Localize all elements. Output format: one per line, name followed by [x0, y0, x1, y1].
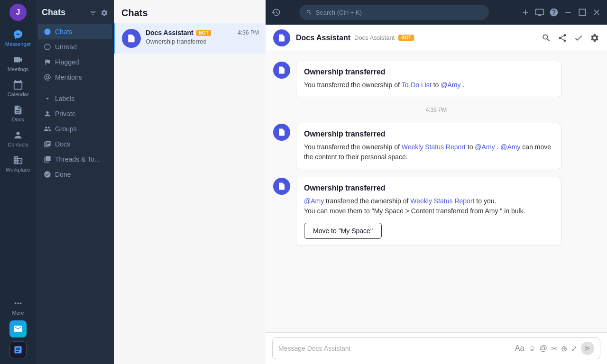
- settings-icon[interactable]: [101, 9, 108, 17]
- msg2-text1: You transferred the ownership of: [304, 143, 402, 151]
- chat-search-icon[interactable]: [542, 33, 551, 43]
- msg3-link-weekly[interactable]: Weekly Status Report: [410, 197, 474, 205]
- emoji-icon[interactable]: ☺: [528, 344, 535, 353]
- help-icon[interactable]: [549, 8, 559, 17]
- sidebar-item-unread[interactable]: Unread: [38, 39, 112, 55]
- move-to-myspace-button[interactable]: Move to "My Space": [304, 223, 382, 239]
- top-bar: [266, 0, 607, 25]
- search-icon: [306, 9, 312, 16]
- message-row-3: Ownership transferred @Amy transferred t…: [273, 177, 599, 246]
- message-input[interactable]: [278, 345, 511, 352]
- top-bar-left: [271, 8, 281, 17]
- chat-share-icon[interactable]: [558, 33, 567, 43]
- chat-header-subtitle: Docs Assistant: [354, 34, 395, 41]
- msg1-link-todolist[interactable]: To-Do List: [402, 81, 432, 89]
- at-icon[interactable]: @: [540, 344, 547, 353]
- chat-list-panel: Chats Docs Assistant BOT 4:36 PM Ownersh…: [114, 0, 266, 364]
- chat-item-time: 4:36 PM: [238, 29, 259, 36]
- sidebar-item-docs[interactable]: Docs: [0, 101, 36, 126]
- sidebar-item-contacts[interactable]: Contacts: [0, 126, 36, 151]
- msg3-mention-amy[interactable]: @Amy: [304, 197, 324, 205]
- msg1-text1: You transferred the ownership of: [304, 81, 402, 89]
- close-icon[interactable]: [592, 8, 601, 17]
- history-icon[interactable]: [271, 8, 281, 17]
- sidebar-item-groups[interactable]: Groups: [38, 121, 112, 136]
- chat-header-info: Docs Assistant Docs Assistant BOT: [296, 34, 536, 42]
- msg3-text2: to you.: [476, 197, 496, 205]
- sidebar-header: Chats: [36, 0, 114, 22]
- sidebar-nav: Chats Unread Flagged Mentions Labels Pri…: [36, 22, 114, 184]
- chat-header-avatar: [273, 29, 290, 46]
- search-input[interactable]: [316, 9, 482, 16]
- scissors-icon[interactable]: ✂: [551, 344, 557, 353]
- msg2-mention-amy1[interactable]: @Amy: [475, 143, 495, 151]
- app-icon-2[interactable]: [9, 341, 27, 358]
- sidebar-item-threads[interactable]: Threads & To...: [38, 152, 112, 167]
- chat-header-name: Docs Assistant: [296, 34, 350, 42]
- send-button[interactable]: [581, 342, 594, 355]
- chat-settings-icon[interactable]: [590, 33, 599, 43]
- sidebar-item-more[interactable]: More: [0, 294, 36, 319]
- expand-icon[interactable]: ⤢: [571, 344, 577, 353]
- icon-bar: J Messenger Meetings Calendar Docs Conta…: [0, 0, 36, 364]
- sidebar-item-flagged[interactable]: Flagged: [38, 55, 112, 70]
- message-body-1: You transferred the ownership of To-Do L…: [304, 80, 553, 90]
- sidebar: Chats Chats Unread Flagged Mentions: [36, 0, 114, 364]
- message-title-3: Ownership transferred: [304, 184, 553, 192]
- filter-icon[interactable]: [89, 9, 97, 17]
- message-avatar-2: [273, 124, 290, 141]
- sidebar-item-done[interactable]: Done: [38, 167, 112, 182]
- msg3-text3: You can move them to "My Space > Content…: [304, 207, 525, 215]
- chat-check-icon[interactable]: [574, 33, 583, 43]
- search-bar[interactable]: [299, 5, 489, 20]
- msg1-text2: to: [433, 81, 441, 89]
- sidebar-item-private[interactable]: Private: [38, 106, 112, 121]
- msg2-link-weekly[interactable]: Weekly Status Report: [402, 143, 466, 151]
- input-wrapper: Aa ☺ @ ✂ ⊕ ⤢: [272, 337, 600, 359]
- msg1-text3: .: [462, 81, 464, 89]
- sidebar-item-mentions[interactable]: Mentions: [38, 70, 112, 85]
- chat-item-preview: Ownership transferred: [146, 38, 259, 45]
- chat-item-badge: BOT: [196, 30, 211, 36]
- messages-area: Ownership transferred You transferred th…: [266, 51, 607, 332]
- sidebar-item-meetings[interactable]: Meetings: [0, 51, 36, 76]
- message-avatar-3: [273, 178, 290, 195]
- message-title-1: Ownership transferred: [304, 68, 553, 76]
- maximize-icon[interactable]: [578, 8, 587, 17]
- sidebar-item-messenger[interactable]: Messenger: [0, 26, 36, 51]
- sidebar-item-docs-nav[interactable]: Docs: [38, 136, 112, 152]
- chat-list-header: Chats: [114, 0, 266, 23]
- chat-header: Docs Assistant Docs Assistant BOT: [266, 25, 607, 51]
- msg1-mention-amy[interactable]: @Amy: [441, 81, 460, 89]
- minimize-icon[interactable]: [563, 8, 573, 17]
- message-bubble-2: Ownership transferred You transferred th…: [296, 123, 561, 169]
- main-chat: Docs Assistant Docs Assistant BOT Owners…: [266, 0, 607, 364]
- chat-name-row: Docs Assistant BOT 4:36 PM: [146, 29, 259, 36]
- attach-icon[interactable]: ⊕: [561, 344, 567, 353]
- sidebar-item-labels[interactable]: Labels: [38, 91, 112, 106]
- msg2-text2: to: [468, 143, 475, 151]
- chat-item-name: Docs Assistant: [146, 29, 193, 36]
- top-bar-right: [521, 8, 601, 17]
- chat-item-avatar: [122, 29, 141, 48]
- message-avatar-1: [273, 62, 290, 79]
- message-row-2: Ownership transferred You transferred th…: [273, 123, 599, 169]
- msg2-mention-amy2[interactable]: @Amy: [500, 143, 520, 151]
- font-size-icon[interactable]: Aa: [515, 344, 524, 353]
- message-title-2: Ownership transferred: [304, 130, 553, 138]
- user-avatar[interactable]: J: [9, 4, 27, 21]
- chat-list-item[interactable]: Docs Assistant BOT 4:36 PM Ownership tra…: [114, 23, 266, 54]
- chat-header-bot-badge: BOT: [398, 35, 414, 41]
- timestamp-435: 4:35 PM: [273, 107, 599, 113]
- sidebar-item-workplace[interactable]: Workplace: [0, 151, 36, 176]
- message-body-3: @Amy transferred the ownership of Weekly…: [304, 196, 553, 239]
- message-bubble-1: Ownership transferred You transferred th…: [296, 61, 561, 97]
- sidebar-item-chats[interactable]: Chats: [38, 24, 112, 39]
- sidebar-item-calendar[interactable]: Calendar: [0, 76, 36, 101]
- app-icon-1[interactable]: [9, 320, 27, 337]
- chat-item-info: Docs Assistant BOT 4:36 PM Ownership tra…: [146, 29, 259, 45]
- message-body-2: You transferred the ownership of Weekly …: [304, 142, 553, 162]
- screen-icon[interactable]: [535, 8, 544, 17]
- message-row-1: Ownership transferred You transferred th…: [273, 61, 599, 97]
- add-icon[interactable]: [521, 8, 530, 17]
